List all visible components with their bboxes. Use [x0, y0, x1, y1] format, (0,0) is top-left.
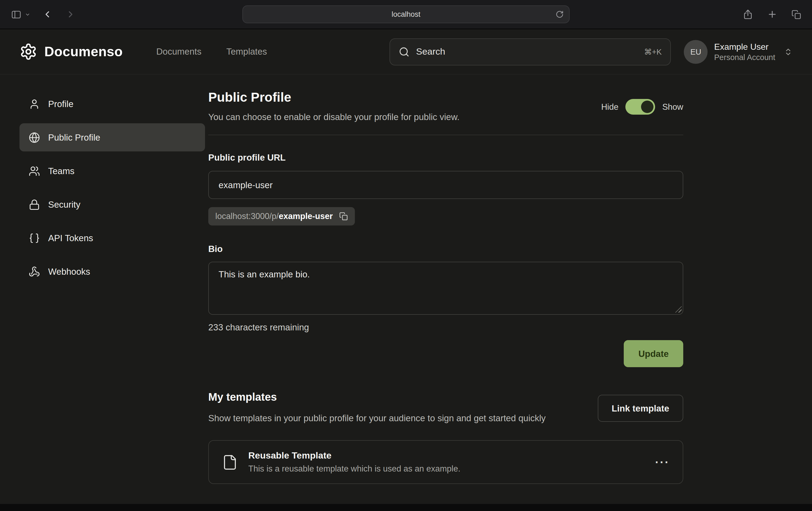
- users-icon: [29, 165, 40, 177]
- browser-window-controls: [571, 9, 801, 20]
- visibility-toggle-row: Hide Show: [601, 99, 683, 115]
- sidebar-item-label: Teams: [48, 166, 75, 176]
- template-name: Reusable Template: [248, 451, 460, 461]
- address-bar-url: localhost: [392, 10, 420, 19]
- browser-chrome: localhost: [0, 0, 812, 29]
- sidebar-toggle-icon[interactable]: [11, 9, 22, 20]
- back-icon[interactable]: [42, 9, 53, 20]
- address-bar[interactable]: localhost: [242, 5, 570, 23]
- nav-documents[interactable]: Documents: [156, 47, 202, 57]
- brand-logo[interactable]: Documenso: [20, 43, 123, 61]
- profile-link-chip: localhost:3000/p/example-user: [208, 207, 355, 226]
- profile-link-slug: example-user: [279, 211, 333, 221]
- search-icon: [399, 46, 409, 57]
- visibility-switch[interactable]: [626, 99, 655, 115]
- characters-remaining: 233 characters remaining: [208, 322, 683, 333]
- bio-field-wrap: This is an example bio.: [208, 262, 683, 315]
- share-icon[interactable]: [743, 9, 753, 20]
- hide-label: Hide: [601, 102, 618, 112]
- template-card[interactable]: Reusable Template This is a reusable tem…: [208, 441, 683, 484]
- braces-icon: [29, 232, 40, 244]
- user-icon: [29, 98, 40, 110]
- global-search[interactable]: ⌘+K: [389, 38, 671, 65]
- public-profile-header: Public Profile You can choose to enable …: [208, 90, 683, 122]
- bio-field-label: Bio: [208, 244, 683, 254]
- search-input[interactable]: [416, 46, 638, 57]
- window-bottom-edge: [0, 504, 812, 511]
- sidebar-item-label: Public Profile: [48, 132, 100, 143]
- browser-nav-controls: [11, 9, 241, 20]
- globe-icon: [29, 132, 40, 143]
- sidebar-item-label: API Tokens: [48, 233, 93, 243]
- profile-link-prefix: localhost:3000/p/: [215, 211, 279, 221]
- my-templates-header: My templates Show templates in your publ…: [208, 391, 683, 425]
- reload-icon[interactable]: [556, 10, 564, 19]
- update-button[interactable]: Update: [624, 340, 683, 367]
- search-shortcut: ⌘+K: [644, 47, 662, 56]
- lock-icon: [29, 199, 40, 210]
- ellipsis-menu-icon[interactable]: ···: [655, 456, 670, 469]
- page-subtitle: You can choose to enable or disable your…: [208, 112, 460, 122]
- show-label: Show: [662, 102, 683, 112]
- sidebar-item-label: Security: [48, 199, 80, 210]
- page-title: Public Profile: [208, 90, 460, 105]
- sidebar-item-label: Webhooks: [48, 266, 90, 277]
- settings-sidebar: Profile Public Profile Teams Security: [0, 90, 208, 484]
- sidebar-item-label: Profile: [48, 99, 74, 109]
- link-template-button[interactable]: Link template: [598, 395, 683, 422]
- update-row: Update: [208, 340, 683, 367]
- my-templates-description: Show templates in your public profile fo…: [208, 411, 546, 425]
- app-window: localhost Documenso Documents: [0, 0, 812, 511]
- my-templates-title: My templates: [208, 391, 546, 403]
- account-menu[interactable]: EU Example User Personal Account: [684, 40, 792, 63]
- profile-url-input[interactable]: [208, 171, 683, 199]
- file-icon: [222, 454, 238, 471]
- sidebar-item-profile[interactable]: Profile: [20, 90, 205, 118]
- section-divider: [208, 134, 683, 135]
- chevrons-up-down-icon: [784, 47, 792, 56]
- new-tab-icon[interactable]: [767, 9, 777, 20]
- chevron-down-icon[interactable]: [25, 11, 30, 17]
- nav-templates[interactable]: Templates: [226, 47, 267, 57]
- webhook-icon: [29, 266, 40, 277]
- sidebar-item-teams[interactable]: Teams: [20, 157, 205, 185]
- sidebar-item-api-tokens[interactable]: API Tokens: [20, 224, 205, 252]
- sidebar-item-security[interactable]: Security: [20, 190, 205, 218]
- main-content: Public Profile You can choose to enable …: [208, 90, 683, 484]
- main-nav: Documents Templates: [156, 47, 267, 57]
- documenso-logo-icon: [20, 43, 37, 61]
- bio-textarea[interactable]: This is an example bio.: [208, 262, 683, 315]
- sidebar-item-public-profile[interactable]: Public Profile: [20, 123, 205, 151]
- app-header: Documenso Documents Templates ⌘+K EU Exa…: [0, 29, 812, 74]
- url-field-label: Public profile URL: [208, 152, 683, 163]
- template-description: This is a reusable template which is use…: [248, 464, 460, 474]
- page-body: Profile Public Profile Teams Security: [0, 74, 812, 484]
- avatar: EU: [684, 40, 707, 63]
- forward-icon[interactable]: [65, 9, 76, 20]
- switch-knob: [641, 100, 654, 113]
- brand-name: Documenso: [45, 44, 123, 59]
- account-type: Personal Account: [714, 53, 775, 61]
- copy-icon[interactable]: [339, 212, 348, 221]
- account-name: Example User: [714, 42, 775, 52]
- sidebar-item-webhooks[interactable]: Webhooks: [20, 258, 205, 285]
- tab-overview-icon[interactable]: [791, 9, 801, 19]
